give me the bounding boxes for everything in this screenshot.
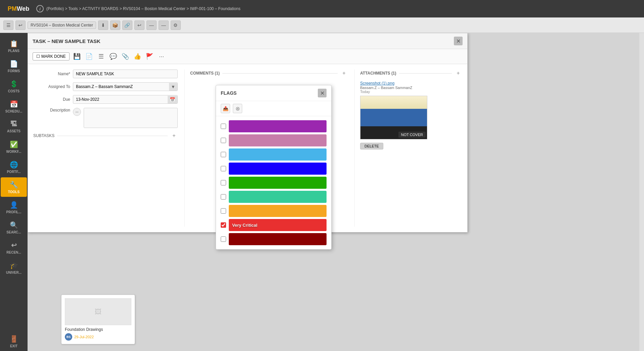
attachment-preview: NOT COVER <box>360 96 427 139</box>
flag-bar-4 <box>229 163 327 175</box>
toolbar-btn-1[interactable]: ⬇ <box>98 20 108 30</box>
comments-divider <box>222 73 338 74</box>
sidebar-item-search[interactable]: 🔍 SEARC... <box>1 218 27 237</box>
sidebar-item-label-costs: COSTS <box>8 89 19 93</box>
sidebar-item-exit[interactable]: 🚪 EXIT <box>1 332 27 351</box>
sidebar-item-tools[interactable]: 🔧 TOOLS <box>1 177 27 197</box>
due-calendar-btn[interactable]: 📅 <box>168 96 177 103</box>
sidebar-item-workforce[interactable]: ✅ WORKF... <box>1 137 27 157</box>
not-cover-button[interactable]: NOT COVER <box>398 132 426 138</box>
costs-icon: 💲 <box>10 80 18 88</box>
description-options-btn[interactable]: ··· <box>73 108 81 116</box>
flag-checkbox-7[interactable] <box>221 208 226 214</box>
flag-checkbox-4[interactable] <box>221 166 226 171</box>
assigned-to-input[interactable] <box>73 83 169 91</box>
task-attachments: ATTACHMENTS (1) + Screenshot (1).png Bas… <box>354 70 462 227</box>
flag-row <box>221 233 327 245</box>
flag-row <box>221 205 327 217</box>
flag-bar-5 <box>229 177 327 189</box>
sidebar-item-forms[interactable]: 📄 FORMS <box>1 56 27 76</box>
sidebar-item-label-plans: PLANS <box>8 49 19 53</box>
export-icon[interactable]: 📄 <box>84 52 94 61</box>
profile-icon: 👤 <box>10 201 18 209</box>
sidebar-item-recent[interactable]: ↩ RECEN... <box>1 238 27 257</box>
recent-icon: ↩ <box>11 241 17 249</box>
thumb-icon[interactable]: 👍 <box>133 52 142 61</box>
assigned-to-dropdown-btn[interactable]: ▼ <box>169 83 177 91</box>
checkbox-icon: ☐ <box>36 54 40 59</box>
sidebar-item-university[interactable]: 🎓 UNIVER... <box>1 258 27 277</box>
scrollbar[interactable] <box>639 33 644 351</box>
toolbar-btn-7[interactable]: ⚙ <box>171 20 181 30</box>
list-icon[interactable]: ☰ <box>96 52 106 61</box>
sidebar-item-costs[interactable]: 💲 COSTS <box>1 77 27 96</box>
comments-label: COMMENTS (1) <box>190 71 220 76</box>
flags-toolbar: 📤 ⊗ <box>216 101 331 116</box>
sidebar-item-label-portfolio: PORTF... <box>7 170 20 174</box>
task-toolbar: ☐ MARK DONE 💾 📄 ☰ 💬 📎 👍 🚩 ··· <box>28 49 467 64</box>
comment-icon[interactable]: 💬 <box>109 52 118 61</box>
undo-icon[interactable]: ↩ <box>15 20 26 30</box>
task-modal-title: TASK – NEW SAMPLE TASK <box>33 38 100 44</box>
flag-row <box>221 177 327 189</box>
sidebar-item-label-assets: ASSETS <box>7 129 20 133</box>
flag-checkbox-2[interactable] <box>221 138 226 143</box>
logo[interactable]: PMWeb <box>3 2 34 15</box>
flag-checkbox-5[interactable] <box>221 180 226 185</box>
more-icon[interactable]: ··· <box>157 52 166 61</box>
workforce-icon: ✅ <box>10 140 18 148</box>
toolbar-btn-5[interactable]: — <box>146 20 157 30</box>
sidebar-item-profile[interactable]: 👤 PROFIL... <box>1 198 27 217</box>
sidebar-item-schedule[interactable]: 📅 SCHEDU... <box>1 97 27 116</box>
sidebar-item-portfolio[interactable]: 🌐 PORTF... <box>1 157 27 177</box>
name-label: Name* <box>33 72 70 76</box>
flag-checkbox-3[interactable] <box>221 152 226 157</box>
sidebar-item-label-exit: EXIT <box>10 344 17 348</box>
menu-icon[interactable]: ☰ <box>3 20 13 30</box>
toolbar-btn-3[interactable]: 🔗 <box>122 20 132 30</box>
description-textarea[interactable] <box>84 108 178 128</box>
flag-row <box>221 191 327 203</box>
info-icon[interactable]: i <box>36 5 44 12</box>
mark-done-button[interactable]: ☐ MARK DONE <box>33 52 70 60</box>
flag-checkbox-6[interactable] <box>221 194 226 200</box>
delete-attachment-button[interactable]: DELETE <box>360 143 383 149</box>
secondary-toolbar: ☰ ↩ RVS0104 – Boston Medical Center ⬇ 📦 … <box>0 17 644 33</box>
name-row: Name* <box>33 70 178 78</box>
attachment-filename[interactable]: Screenshot (1).png <box>360 81 462 86</box>
flag-checkbox-9[interactable] <box>221 236 226 242</box>
flag-bar-3 <box>229 148 327 161</box>
add-comment-button[interactable]: + <box>340 70 348 77</box>
flag-row: Very Critical <box>221 219 327 231</box>
subtasks-divider <box>57 136 168 136</box>
attachment-icon[interactable]: 📎 <box>121 52 130 61</box>
attachments-section-header: ATTACHMENTS (1) + <box>360 70 462 77</box>
sidebar-item-label-schedule: SCHEDU... <box>5 109 23 113</box>
due-input[interactable] <box>73 95 168 103</box>
logo-web: Web <box>17 5 30 12</box>
flags-clear-button[interactable]: ⊗ <box>233 104 242 113</box>
save-icon[interactable]: 💾 <box>72 52 82 61</box>
flags-export-button[interactable]: 📤 <box>221 104 230 113</box>
flags-close-button[interactable]: ✕ <box>318 89 327 97</box>
add-attachment-button[interactable]: + <box>455 70 462 77</box>
sidebar-item-label-recent: RECEN... <box>6 251 21 254</box>
toolbar-btn-2[interactable]: 📦 <box>110 20 120 30</box>
flag-bar-6 <box>229 191 327 203</box>
top-bar: PMWeb i (Portfolio) > Tools > ACTIVITY B… <box>0 0 644 17</box>
assigned-to-label: Assigned To <box>33 84 70 89</box>
flag-checkbox-1[interactable] <box>221 124 226 129</box>
flag-checkbox-8[interactable] <box>221 222 226 228</box>
name-input[interactable] <box>73 70 178 78</box>
modal-close-button[interactable]: ✕ <box>454 37 463 45</box>
flags-body: Very Critical <box>216 116 331 249</box>
add-subtask-button[interactable]: + <box>170 132 178 139</box>
toolbar-btn-6[interactable]: — <box>159 20 169 30</box>
card-meta: BS 29-Jul-2022 <box>65 333 131 341</box>
sidebar-item-assets[interactable]: 🏗 ASSETS <box>1 117 27 136</box>
flag-row <box>221 163 327 175</box>
sidebar-item-plans[interactable]: 📋 PLANS <box>1 36 27 56</box>
flag-icon[interactable]: 🚩 <box>145 52 154 61</box>
location-display: RVS0104 – Boston Medical Center <box>28 21 96 29</box>
toolbar-btn-4[interactable]: ↩ <box>134 20 144 30</box>
